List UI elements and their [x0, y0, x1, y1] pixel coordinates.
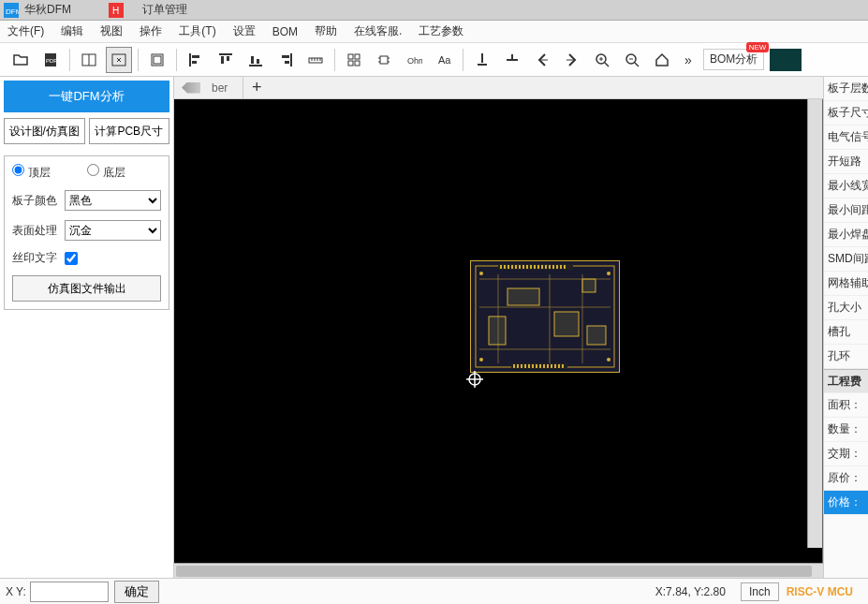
- arrow-right-button[interactable]: [559, 47, 585, 73]
- pin-button[interactable]: [469, 47, 495, 73]
- label-silk: 丝印文字: [12, 250, 65, 266]
- arrow-left-button[interactable]: [529, 47, 555, 73]
- svg-rect-58: [511, 265, 513, 269]
- menu-action[interactable]: 操作: [140, 23, 162, 39]
- text-button[interactable]: Aa: [431, 47, 457, 73]
- zoom-out-icon: [624, 52, 640, 68]
- check-item-2[interactable]: 电气信号: [824, 125, 868, 150]
- export-pdf-icon: PDF: [42, 52, 59, 68]
- menu-bom[interactable]: BOM: [272, 25, 298, 38]
- zoom-out-button[interactable]: [619, 47, 645, 73]
- menu-file[interactable]: 文件(F): [7, 23, 44, 39]
- more-button[interactable]: »: [681, 52, 696, 67]
- svg-rect-15: [221, 56, 224, 64]
- check-item-5[interactable]: 最小间距: [824, 199, 868, 223]
- order-icon: H: [109, 3, 124, 18]
- align-top-button[interactable]: [213, 47, 239, 73]
- panel-select-button[interactable]: [106, 47, 132, 73]
- align-bottom-button[interactable]: [243, 47, 269, 73]
- dfm-analyze-button[interactable]: 一键DFM分析: [4, 81, 169, 112]
- align-top-icon: [217, 52, 234, 68]
- svg-rect-90: [517, 364, 519, 368]
- cost-item-0: 面积：: [824, 393, 868, 418]
- svg-rect-76: [582, 279, 596, 292]
- tabbar: ber +: [174, 77, 823, 99]
- check-item-1[interactable]: 板子尺寸: [824, 101, 868, 125]
- zoom-in-button[interactable]: [589, 47, 615, 73]
- check-item-8[interactable]: 网格辅助: [824, 272, 868, 296]
- cost-item-3: 原价：: [824, 466, 868, 491]
- check-item-10[interactable]: 槽孔: [824, 320, 868, 345]
- ruler-button[interactable]: [302, 47, 329, 73]
- vertical-scrollbar[interactable]: [807, 99, 822, 548]
- svg-point-87: [607, 358, 611, 361]
- label-board-color: 板子颜色: [12, 193, 65, 209]
- panel-split-button[interactable]: [76, 47, 102, 73]
- unit-display[interactable]: Inch: [741, 582, 779, 601]
- tab-add-button[interactable]: +: [243, 78, 270, 97]
- grid-button[interactable]: [341, 47, 367, 73]
- resistor-button[interactable]: Ohm: [401, 47, 427, 73]
- home-button[interactable]: [649, 47, 675, 73]
- svg-rect-30: [348, 61, 353, 66]
- svg-rect-60: [519, 265, 521, 269]
- menu-params[interactable]: 工艺参数: [419, 23, 463, 39]
- open-folder-button[interactable]: [7, 47, 34, 73]
- home-icon: [654, 52, 670, 68]
- calc-pcb-button[interactable]: 计算PCB尺寸: [89, 118, 170, 144]
- align-right-button[interactable]: [272, 47, 299, 73]
- pcb-board-preview: [470, 260, 620, 373]
- menu-view[interactable]: 视图: [100, 23, 123, 39]
- check-item-3[interactable]: 开短路: [824, 150, 868, 174]
- svg-rect-71: [560, 265, 562, 269]
- design-sim-button[interactable]: 设计图/仿真图: [4, 118, 85, 144]
- select-surface[interactable]: 沉金: [65, 220, 161, 241]
- check-item-7[interactable]: SMD间距: [824, 247, 868, 272]
- svg-rect-99: [551, 364, 552, 368]
- bom-analyze-button[interactable]: BOM分析NEW: [703, 49, 764, 70]
- chip-button[interactable]: [371, 47, 397, 73]
- menu-tools[interactable]: 工具(T): [179, 23, 215, 39]
- layers-icon: [149, 52, 166, 68]
- svg-rect-100: [554, 364, 556, 368]
- svg-rect-56: [504, 265, 506, 269]
- check-item-6[interactable]: 最小焊盘: [824, 223, 868, 247]
- layers-button[interactable]: [144, 47, 170, 73]
- app-title: 华秋DFM: [24, 2, 71, 18]
- text-icon: Aa: [435, 52, 452, 68]
- titlebar-order-tab[interactable]: 订单管理: [142, 2, 187, 18]
- grid-icon: [346, 52, 362, 68]
- svg-line-50: [635, 63, 639, 66]
- menu-help[interactable]: 帮助: [315, 23, 337, 39]
- tab-gerber[interactable]: ber: [174, 77, 243, 99]
- align-left-button[interactable]: [183, 47, 209, 73]
- pcb-canvas[interactable]: [174, 99, 823, 563]
- check-item-11[interactable]: 孔环: [824, 345, 868, 369]
- svg-rect-31: [355, 61, 360, 66]
- svg-rect-68: [549, 265, 551, 269]
- align-left-icon: [187, 52, 204, 68]
- checkbox-silk[interactable]: [65, 252, 78, 265]
- confirm-button[interactable]: 确定: [114, 581, 159, 603]
- cursor-coords: X:7.84, Y:2.80: [655, 585, 726, 598]
- menu-online[interactable]: 在线客服.: [354, 23, 402, 39]
- check-item-9[interactable]: 孔大小: [824, 296, 868, 320]
- select-board-color[interactable]: 黑色: [65, 190, 161, 211]
- menu-settings[interactable]: 设置: [233, 23, 256, 39]
- check-item-4[interactable]: 最小线宽: [824, 174, 868, 199]
- export-pdf-button[interactable]: PDF: [37, 47, 64, 73]
- menu-edit[interactable]: 编辑: [61, 23, 83, 39]
- radio-bottom-layer[interactable]: 底层: [87, 164, 140, 181]
- check-item-0[interactable]: 板子层数: [824, 77, 868, 101]
- export-sim-button[interactable]: 仿真图文件输出: [12, 275, 161, 302]
- svg-rect-18: [251, 56, 254, 64]
- plane-button[interactable]: [499, 47, 525, 73]
- svg-rect-70: [556, 265, 558, 269]
- xy-input[interactable]: [30, 582, 109, 602]
- radio-top-layer[interactable]: 顶层: [12, 164, 65, 181]
- horizontal-scrollbar[interactable]: [174, 563, 823, 578]
- svg-rect-67: [545, 265, 547, 269]
- svg-rect-63: [530, 265, 532, 269]
- svg-rect-77: [587, 326, 606, 345]
- pin-icon: [474, 52, 491, 68]
